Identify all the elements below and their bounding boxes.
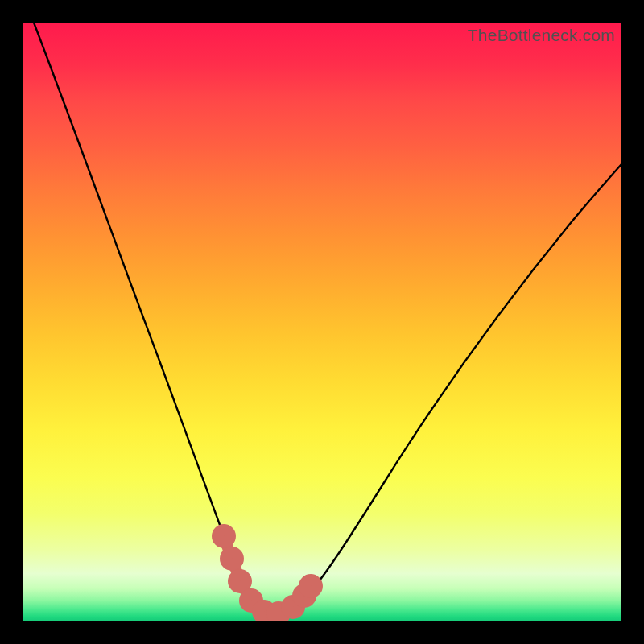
watermark-text: TheBottleneck.com — [468, 26, 615, 45]
bottleneck-curve — [34, 23, 621, 614]
plot-area: TheBottleneck.com — [23, 23, 621, 621]
highlight-segment — [217, 530, 317, 620]
svg-point-2 — [233, 575, 246, 588]
chart-svg — [23, 23, 621, 621]
chart-frame: TheBottleneck.com — [0, 0, 644, 644]
svg-point-1 — [225, 552, 238, 565]
svg-point-0 — [217, 530, 230, 543]
svg-point-8 — [304, 580, 317, 592]
